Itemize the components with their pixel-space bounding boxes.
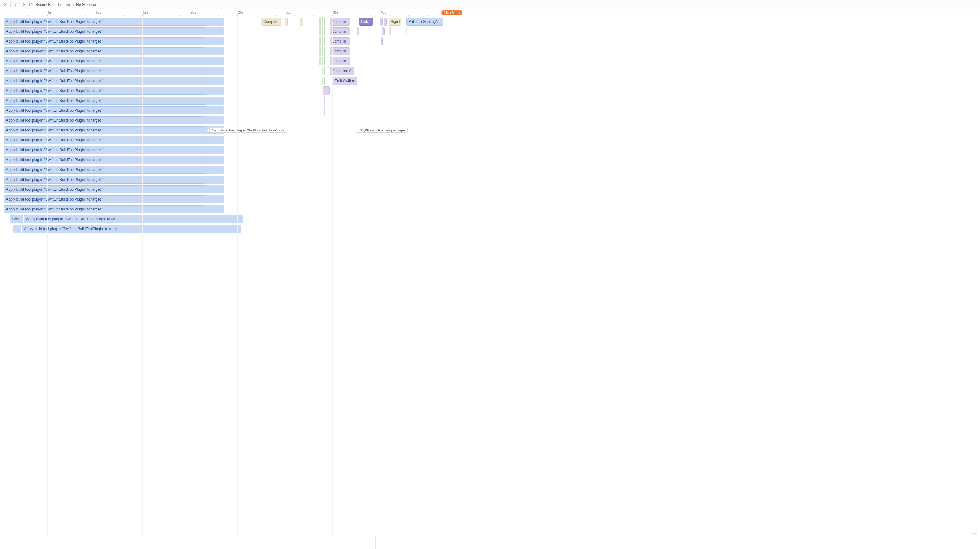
apply-plugin-task-bar[interactable]: Apply build tool plug-in "SwiftLintBuild… — [4, 126, 209, 134]
timeline-row: Apply build tool plug-in "SwiftLintBuild… — [0, 155, 980, 164]
task-bar[interactable] — [322, 47, 323, 56]
task-bar[interactable] — [324, 77, 325, 85]
compile-task-bar[interactable] — [380, 18, 383, 26]
task-bar[interactable] — [204, 225, 241, 233]
apply-plugin-task-bar[interactable]: Apply build tool plug-in "SwiftLintBuild… — [4, 27, 209, 35]
apply-plugin-task-bar[interactable]: Apply build tool plug-in "SwiftLintBuild… — [4, 67, 209, 75]
sign-task-bar[interactable]: Sign Ga… — [388, 18, 401, 26]
apply-plugin-task-bar[interactable]: Apply build tool plug-in "SwiftLintBuild… — [4, 47, 209, 55]
task-bar[interactable] — [324, 47, 325, 56]
emit-task-bar[interactable]: Emit Swift m… — [332, 77, 357, 85]
apply-plugin-task-bar[interactable]: Apply build tool plug-in "SwiftLintBuild… — [4, 166, 209, 174]
gridline — [285, 16, 285, 536]
validate-task-bar[interactable]: Validate GamingNoti… — [406, 18, 444, 26]
compile-task-bar[interactable] — [357, 27, 359, 35]
task-bar[interactable] — [324, 37, 325, 46]
compute-task-bar[interactable] — [285, 18, 288, 26]
compile-task-bar[interactable] — [381, 37, 383, 45]
compilingA-task-bar[interactable]: Compiling A… — [330, 67, 354, 75]
apply-plugin-task-bar[interactable]: Apply build tool plug-in "SwiftLintBuild… — [4, 37, 209, 45]
apply-plugin-task-bar[interactable]: Apply build tool plug-in "SwiftLintBuild… — [4, 146, 209, 154]
task-bar[interactable] — [322, 27, 323, 36]
task-bar[interactable] — [204, 107, 224, 115]
compile-task-bar[interactable] — [382, 27, 385, 35]
task-bar[interactable] — [204, 136, 224, 144]
compile-task-bar[interactable] — [323, 86, 330, 95]
task-bar[interactable] — [204, 166, 224, 174]
apply-plugin-task-bar[interactable]: Apply build tool plug-in "SwiftLintBuild… — [4, 77, 209, 85]
task-bar[interactable] — [204, 67, 224, 75]
apply-plugin-task-bar[interactable]: Apply build tool plug-in "SwiftLintBuild… — [4, 87, 209, 95]
timeline-row: Apply build tool plug-in "SwiftLintBuild… — [0, 136, 980, 145]
timeline-icon[interactable] — [28, 2, 33, 7]
compile-task-bar[interactable] — [324, 96, 325, 105]
task-bar[interactable] — [204, 18, 224, 26]
task-bar[interactable] — [322, 37, 323, 46]
task-bar[interactable] — [204, 97, 224, 105]
bottom-pane — [0, 536, 980, 549]
task-bar[interactable] — [204, 47, 224, 55]
compute-task-bar[interactable]: Compute… — [261, 18, 281, 26]
toggle-bottom-panel-icon[interactable] — [972, 531, 977, 535]
task-bar[interactable] — [322, 17, 323, 26]
task-bar[interactable] — [319, 17, 321, 26]
timeline-canvas[interactable]: Apply build tool plug-in "SwiftLintBuild… — [0, 16, 980, 536]
swift-task-bar[interactable]: Swift… — [10, 215, 23, 223]
ruler-tick-label: 5s — [48, 11, 52, 14]
back-icon[interactable] — [13, 2, 19, 7]
task-bar[interactable] — [388, 27, 391, 35]
breadcrumb[interactable]: Recent Build Timeline › No Selection — [35, 2, 97, 7]
task-bar[interactable] — [204, 156, 224, 164]
task-bar[interactable] — [204, 205, 224, 213]
apply-plugin-task-bar[interactable]: Apply build tool plug-in "SwiftLintBuild… — [4, 136, 209, 144]
gridline — [237, 16, 238, 536]
task-bar[interactable] — [324, 57, 325, 65]
task-bar[interactable] — [322, 77, 323, 85]
task-bar[interactable] — [204, 57, 224, 65]
apply-plugin-task-bar[interactable]: Apply build tool plug-in "SwiftLintBuild… — [4, 57, 209, 65]
vertical-split[interactable] — [375, 536, 375, 549]
task-bar[interactable] — [204, 117, 224, 124]
apply-plugin-task-bar[interactable]: Apply build tool plug-in "SwiftLintBuild… — [4, 156, 209, 164]
task-bar[interactable] — [204, 27, 224, 35]
compile-task-bar[interactable] — [383, 18, 387, 26]
task-bar[interactable] — [322, 67, 323, 75]
task-bar[interactable] — [13, 225, 21, 233]
task-bar[interactable] — [322, 57, 323, 65]
apply-plugin-task-bar[interactable]: Apply build tool plug-in "SwiftLintBuild… — [4, 176, 209, 184]
task-bar[interactable] — [324, 27, 325, 36]
forward-icon[interactable] — [21, 2, 26, 7]
task-bar[interactable] — [319, 27, 321, 36]
apply-plugin-task-bar[interactable]: Apply build tool plug-in "SwiftLintBuild… — [4, 97, 209, 105]
close-icon[interactable] — [2, 2, 8, 7]
task-bar[interactable] — [319, 47, 321, 56]
task-bar[interactable] — [204, 37, 224, 45]
time-ruler[interactable]: 21s 656ms 5s10s15s20s25s30s35s40s47s 1ms — [0, 9, 980, 16]
task-bar[interactable] — [406, 27, 407, 35]
apply-plugin-task-bar[interactable]: Apply build tool plug-in "SwiftLintBuild… — [4, 18, 209, 26]
task-bar[interactable] — [319, 37, 321, 46]
apply-plugin-task-bar[interactable]: Apply build tool plug-in "SwiftLintBuild… — [24, 215, 209, 223]
task-bar[interactable] — [204, 146, 224, 154]
compile-task-bar[interactable] — [324, 106, 325, 115]
task-bar[interactable] — [319, 57, 321, 65]
apply-plugin-task-bar[interactable]: Apply build tool plug-in "SwiftLintBuild… — [4, 107, 209, 115]
ruler-tick-label: 10s — [95, 11, 101, 14]
task-bar[interactable] — [204, 176, 224, 184]
compute-task-bar[interactable] — [300, 18, 303, 26]
timeline-row: Apply build tool plug-in "SwiftLintBuild… — [0, 86, 980, 95]
apply-plugin-task-bar[interactable]: Apply build tool plug-in "SwiftLintBuild… — [4, 117, 209, 124]
link-task-bar[interactable]: Link… — [359, 18, 373, 26]
apply-plugin-task-bar[interactable]: Apply build tool plug-in "SwiftLintBuild… — [22, 225, 209, 233]
task-bar[interactable] — [204, 77, 224, 85]
task-bar[interactable] — [204, 185, 224, 193]
task-bar[interactable] — [324, 17, 325, 26]
apply-plugin-task-bar[interactable]: Apply build tool plug-in "SwiftLintBuild… — [4, 195, 209, 203]
apply-plugin-task-bar[interactable]: Apply build tool plug-in "SwiftLintBuild… — [4, 205, 209, 213]
apply-plugin-task-bar[interactable]: Apply build tool plug-in "SwiftLintBuild… — [4, 185, 209, 193]
timeline-row: Apply build tool plug-in "SwiftLintBuild… — [0, 96, 980, 105]
task-bar[interactable] — [204, 195, 224, 203]
task-bar[interactable] — [324, 67, 325, 75]
timeline-row: Apply build tool plug-in "SwiftLintBuild… — [0, 204, 980, 214]
task-bar[interactable] — [204, 87, 224, 95]
